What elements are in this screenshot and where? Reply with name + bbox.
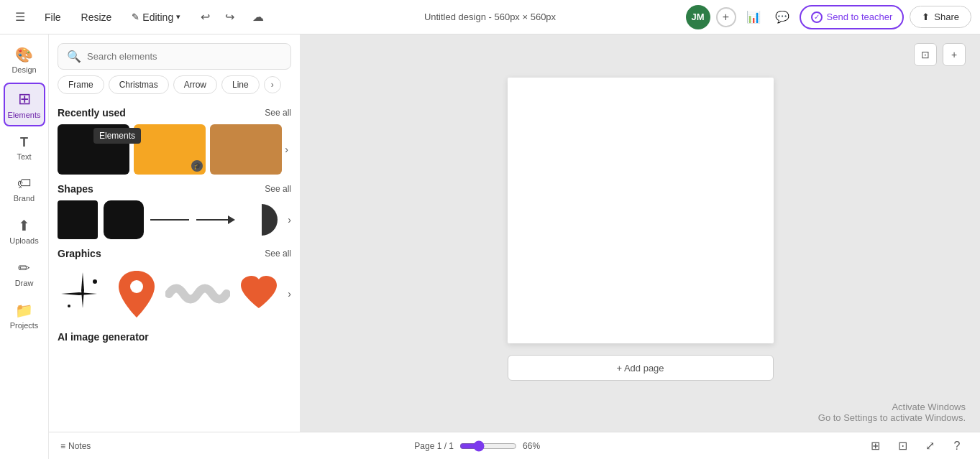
canvas-page: [508, 78, 774, 343]
recently-used-title: Recently used: [58, 107, 126, 119]
left-sidebar: 🎨 Design ⊞ Elements T Text 🏷 Brand ⬆ Upl…: [0, 34, 49, 459]
activate-windows-line1: Activate Windows: [818, 402, 966, 412]
zoom-slider[interactable]: [459, 440, 517, 452]
bottom-bar-right: ⊞ ⊡ ⤢ ?: [864, 435, 968, 458]
graphic-squiggle[interactable]: [165, 265, 230, 323]
shapes-title: Shapes: [58, 183, 93, 195]
add-element-icon: +: [951, 49, 957, 60]
editing-label: Editing: [142, 11, 173, 23]
sidebar-item-projects[interactable]: 📁 Projects: [4, 296, 45, 335]
page-view-button[interactable]: ⊡: [891, 435, 914, 458]
comments-icon: 💬: [775, 10, 789, 24]
chip-line[interactable]: Line: [221, 75, 260, 94]
undo-icon: ↩: [201, 10, 210, 24]
svg-point-6: [93, 279, 97, 284]
shape-square[interactable]: [58, 200, 98, 239]
activate-windows-line2: Go to Settings to activate Windows.: [818, 412, 966, 423]
shape-line[interactable]: [150, 200, 190, 239]
canvas-toolbar: ⊡ +: [914, 43, 966, 66]
add-collaborator-button[interactable]: +: [716, 7, 736, 27]
search-icon: 🔍: [67, 50, 81, 63]
graphics-see-all[interactable]: See all: [265, 249, 291, 259]
send-to-teacher-button[interactable]: ✓ Send to teacher: [800, 5, 905, 29]
recent-item-1[interactable]: [58, 124, 129, 175]
shape-rounded-rect[interactable]: [104, 200, 144, 239]
redo-button[interactable]: ↪: [218, 6, 241, 29]
canvas-title: Untitled design - 560px × 560px: [424, 11, 556, 22]
send-teacher-label: Send to teacher: [827, 11, 893, 22]
ai-image-generator-title: AI image generator: [58, 331, 291, 343]
sidebar-item-text[interactable]: T Text: [4, 129, 45, 167]
sidebar-item-design-label: Design: [12, 65, 36, 74]
share-icon: ⬆: [922, 11, 930, 22]
uploads-icon: ⬆: [18, 217, 30, 234]
cloud-button[interactable]: ☁: [247, 6, 270, 29]
hamburger-button[interactable]: [9, 6, 32, 29]
sidebar-item-brand[interactable]: 🏷 Brand: [4, 170, 45, 208]
editing-button[interactable]: ✎ Editing ▾: [124, 7, 188, 27]
search-input-wrap: 🔍: [58, 43, 291, 70]
sidebar-item-uploads-label: Uploads: [9, 236, 38, 245]
shapes-see-all[interactable]: See all: [265, 184, 291, 194]
topbar-right: JM + 📊 💬 ✓ Send to teacher ⬆ Share: [686, 5, 972, 29]
sidebar-item-uploads[interactable]: ⬆ Uploads: [4, 211, 45, 251]
crop-button[interactable]: ⊡: [914, 43, 937, 66]
recent-item-2[interactable]: 🎓: [134, 124, 206, 175]
graphics-title: Graphics: [58, 248, 101, 259]
undo-redo-group: ↩ ↪: [193, 6, 241, 29]
page-view-icon: ⊡: [898, 439, 907, 453]
comments-button[interactable]: 💬: [771, 6, 794, 29]
sidebar-item-elements-label: Elements: [8, 111, 41, 119]
chip-frame[interactable]: Frame: [58, 75, 104, 94]
brand-icon: 🏷: [17, 175, 32, 192]
check-icon: ✓: [811, 11, 823, 23]
graphics-section: Graphics See all: [49, 242, 300, 325]
add-element-button[interactable]: +: [943, 43, 966, 66]
recent-item-3[interactable]: [210, 124, 282, 175]
fullscreen-icon: ⤢: [925, 439, 935, 453]
recently-used-section: Recently used See all 🎓 ›: [49, 101, 300, 177]
design-icon: 🎨: [15, 46, 33, 63]
search-input[interactable]: [87, 51, 282, 62]
notes-icon: ≡: [60, 441, 65, 451]
sidebar-item-draw[interactable]: ✏ Draw: [4, 254, 45, 293]
activate-windows-notice: Activate Windows Go to Settings to activ…: [818, 402, 966, 423]
grid-view-button[interactable]: ⊞: [864, 435, 887, 458]
fullscreen-button[interactable]: ⤢: [918, 435, 941, 458]
resize-button[interactable]: Resize: [74, 7, 119, 27]
shape-half-circle[interactable]: [242, 200, 282, 239]
graphic-location-pin[interactable]: [114, 265, 160, 323]
plus-icon: +: [723, 11, 729, 24]
sidebar-item-brand-label: Brand: [14, 194, 35, 203]
sidebar-item-text-label: Text: [17, 152, 31, 161]
shapes-header: Shapes See all: [58, 183, 291, 195]
file-label: File: [45, 11, 61, 23]
grid-view-icon: ⊞: [871, 439, 880, 453]
notes-button[interactable]: ≡ Notes: [60, 441, 91, 451]
shapes-grid: ›: [58, 200, 291, 239]
shape-arrow[interactable]: [196, 200, 236, 239]
bottom-bar-left: ≡ Notes: [60, 441, 91, 451]
graphics-header: Graphics See all: [58, 248, 291, 259]
help-button[interactable]: ?: [945, 435, 968, 458]
share-label: Share: [934, 11, 959, 22]
chip-christmas[interactable]: Christmas: [109, 75, 169, 94]
chips-next-button[interactable]: ›: [264, 76, 281, 93]
bottom-bar: ≡ Notes Page 1 / 1 66% ⊞ ⊡ ⤢ ?: [49, 432, 980, 459]
add-page-button[interactable]: + Add page: [508, 355, 774, 381]
recently-used-see-all[interactable]: See all: [265, 108, 291, 118]
text-icon: T: [20, 135, 28, 150]
chip-arrow[interactable]: Arrow: [173, 75, 217, 94]
sidebar-item-design[interactable]: 🎨 Design: [4, 40, 45, 80]
draw-icon: ✏: [18, 259, 30, 277]
undo-button[interactable]: ↩: [193, 6, 216, 29]
share-button[interactable]: ⬆ Share: [910, 6, 971, 28]
analytics-button[interactable]: 📊: [742, 6, 765, 29]
file-button[interactable]: File: [37, 7, 68, 27]
elements-panel: Elements 🔍 Frame Christmas Arrow Line › …: [49, 34, 301, 459]
graphic-heart[interactable]: [236, 265, 282, 323]
sidebar-item-elements[interactable]: ⊞ Elements: [4, 83, 45, 126]
svg-marker-2: [228, 215, 235, 224]
graphic-sparkle[interactable]: [58, 265, 108, 323]
recently-used-header: Recently used See all: [58, 107, 291, 119]
